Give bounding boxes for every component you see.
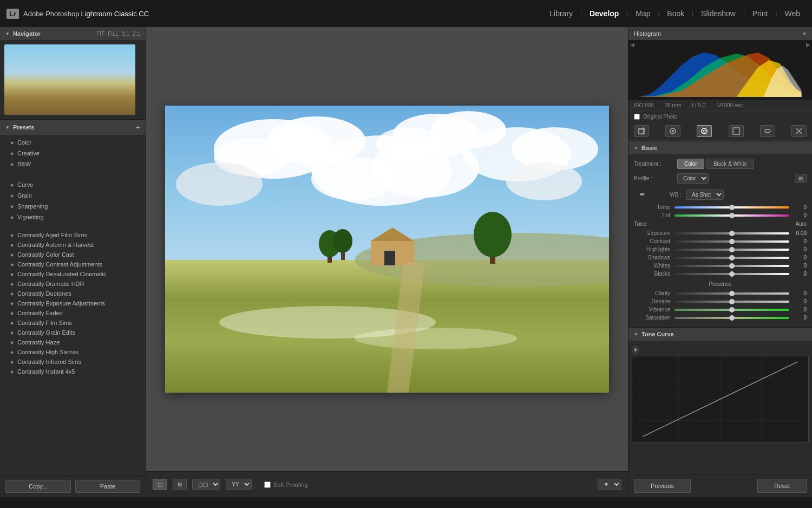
shadows-slider[interactable] [675,257,789,259]
radial-filter-tool[interactable] [760,125,775,137]
tint-thumb[interactable] [729,213,735,218]
view-mode-select[interactable]: ▢▢ [192,479,220,490]
list-item[interactable]: ▶Contrastly Color Cast [0,250,146,259]
contrast-thumb[interactable] [729,239,735,244]
histogram-header[interactable]: Histogram ▼ [628,27,812,40]
blacks-thumb[interactable] [729,271,735,277]
nav-1to1[interactable]: 1:1 [122,31,129,37]
vibrance-thumb[interactable] [729,307,735,312]
contrast-slider[interactable] [675,240,789,243]
highlights-slider[interactable] [675,249,789,251]
eyedropper-icon[interactable]: ✒ [636,188,649,201]
list-item[interactable]: ▶Contrastly Autumn & Harvest [0,240,146,250]
original-photo-checkbox[interactable] [634,114,640,120]
spot-removal-tool[interactable] [665,125,680,137]
whites-slider[interactable] [675,265,789,267]
preset-group-creative[interactable]: ▶ Creative [0,148,146,159]
nav-develop[interactable]: Develop [584,7,624,20]
basic-header[interactable]: ▼ Basic [628,141,812,154]
blacks-slider-row: Blacks 0 [634,271,807,277]
view-grid-button[interactable]: ⊞ [173,479,187,490]
nav-library[interactable]: Library [544,7,578,20]
treatment-color-button[interactable]: Color [677,159,704,169]
crop-tool[interactable] [634,125,649,137]
view-single-button[interactable]: ▢ [153,479,167,490]
previous-button[interactable]: Previous [634,479,691,493]
wb-select[interactable]: As Shot [686,190,724,200]
nav-web[interactable]: Web [779,7,806,20]
navigator-header[interactable]: ▼ Navigator FIT FILL 1:1 2:1 [0,27,146,40]
preset-group-grain-label: Grain [17,192,32,199]
dehaze-slider[interactable] [675,301,789,303]
list-item[interactable]: ▶Contrastly High Sierras [0,347,146,357]
soft-proof-checkbox[interactable] [264,481,271,488]
preset-group-curve[interactable]: ▶ Curve [0,179,146,190]
nav-slideshow[interactable]: Slideshow [696,7,741,20]
presets-header[interactable]: ▼ Presets + [0,120,146,135]
vibrance-slider[interactable] [675,309,789,311]
nav-fill[interactable]: FILL [108,31,119,37]
nav-2to1[interactable]: 2:1 [133,31,140,37]
preset-group-vignetting[interactable]: ▶ Vignetting [0,212,146,223]
arrow-icon: ▶ [11,272,14,277]
basic-collapse-icon: ▼ [634,146,638,151]
presets-add-button[interactable]: + [136,123,140,132]
tone-curve-canvas[interactable] [632,356,809,442]
auto-button[interactable]: Auto [795,221,807,227]
navigator-controls: FIT FILL 1:1 2:1 [96,31,140,37]
nav-fit[interactable]: FIT [96,31,104,37]
list-item[interactable]: ▶Contrastly Exposure Adjustments [0,298,146,308]
dehaze-thumb[interactable] [729,299,735,304]
view-options-select[interactable]: YY [226,479,252,490]
list-item[interactable]: ▶Contrastly Infrared Sims [0,357,146,367]
list-item[interactable]: ▶Contrastly Duotones [0,289,146,298]
preset-group-grain[interactable]: ▶ Grain [0,190,146,201]
profile-select[interactable]: Color [677,173,709,184]
preset-group-bw[interactable]: ▶ B&W [0,159,146,170]
nav-map[interactable]: Map [630,7,656,20]
preset-group-sharpening[interactable]: ▶ Sharpening [0,201,146,212]
paste-button[interactable]: Paste [75,480,141,493]
main-layout: ▼ Navigator FIT FILL 1:1 2:1 ▼ [0,27,812,497]
graduated-filter-tool[interactable] [729,125,744,137]
clarity-thumb[interactable] [729,291,735,296]
profile-grid-button[interactable]: ⊞ [795,174,807,183]
temp-slider[interactable] [675,206,789,209]
blacks-slider[interactable] [675,273,789,275]
histogram-clip-left[interactable]: ◀ [630,42,634,48]
temp-thumb[interactable] [729,205,735,210]
list-item[interactable]: ▶Contrastly Grain Edits [0,328,146,337]
treatment-bw-button[interactable]: Black & White [706,159,754,169]
nav-book[interactable]: Book [662,7,690,20]
nav-print[interactable]: Print [747,7,774,20]
highlights-thumb[interactable] [729,247,735,252]
tone-curve-header[interactable]: ▼ Tone Curve [628,328,812,341]
tint-slider[interactable] [675,214,789,217]
tone-curve-point-icon[interactable] [632,346,639,354]
list-item[interactable]: ▶Contrastly Film Sims [0,318,146,328]
list-item[interactable]: ▶Contrastly Contrast Adjustments [0,259,146,269]
exposure-slider[interactable] [675,232,789,235]
arrow-icon: ▶ [11,330,14,335]
list-item[interactable]: ▶Contrastly Haze [0,337,146,347]
reset-button[interactable]: Reset [757,479,807,493]
shadows-thumb[interactable] [729,255,735,260]
adjustment-brush-tool[interactable] [697,125,712,137]
highlights-value: 0 [789,246,807,252]
copy-button[interactable]: Copy... [5,480,71,493]
redeye-tool[interactable] [791,125,807,137]
clarity-slider[interactable] [675,292,789,295]
whites-thumb[interactable] [729,263,735,269]
saturation-slider[interactable] [675,317,789,319]
list-item[interactable]: ▶Contrastly Faded [0,308,146,318]
preset-group-color[interactable]: ▶ Color [0,137,146,148]
clarity-value: 0 [789,290,807,296]
histogram-clip-right[interactable]: ▶ [806,42,810,48]
saturation-thumb[interactable] [729,315,735,321]
list-item[interactable]: ▶Contrastly Desaturated Cinematic [0,269,146,279]
list-item[interactable]: ▶Contrastly Dramatic HDR [0,279,146,289]
exposure-thumb[interactable] [729,231,735,236]
bottom-options-select[interactable]: ▼ [598,479,621,490]
list-item[interactable]: ▶Contrastly Instant 4x5 [0,367,146,376]
list-item[interactable]: ▶Contrastly Aged Film Sims [0,230,146,240]
